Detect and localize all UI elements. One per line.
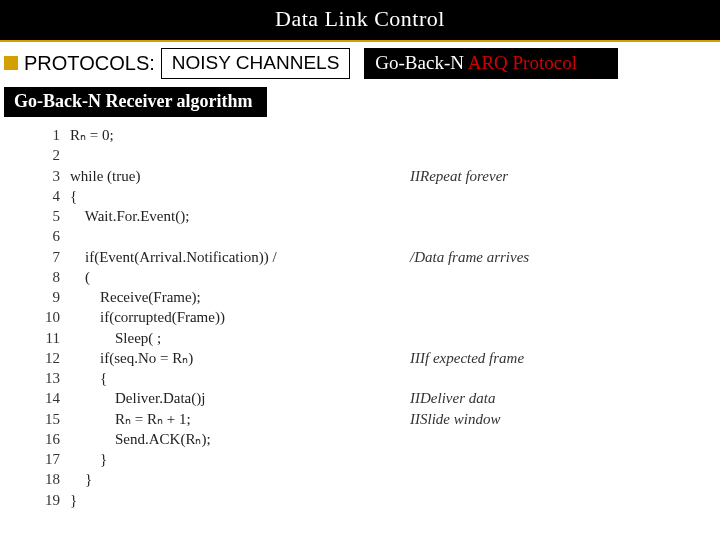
line-number: 13 — [44, 368, 70, 388]
code-text: } — [70, 469, 410, 489]
code-comment — [410, 469, 680, 489]
code-comment — [410, 226, 680, 246]
code-line: 10 if(corrupted(Frame)) — [44, 307, 680, 327]
code-text: Receive(Frame); — [70, 287, 410, 307]
code-line: 18 } — [44, 469, 680, 489]
code-text: while (true) — [70, 166, 410, 186]
arq-red-text: ARQ Protocol — [468, 52, 577, 73]
code-comment: /Data frame arrives — [410, 247, 680, 267]
code-comment — [410, 206, 680, 226]
code-line: 5 Wait.For.Event(); — [44, 206, 680, 226]
code-comment: IISlide window — [410, 409, 680, 429]
code-comment: IIIf expected frame — [410, 348, 680, 368]
code-text: Wait.For.Event(); — [70, 206, 410, 226]
subtitle-wrap: Go-Back-N Receiver algorithm — [4, 87, 720, 117]
code-comment — [410, 328, 680, 348]
line-number: 10 — [44, 307, 70, 327]
code-comment — [410, 267, 680, 287]
arq-protocol-badge: Go-Back-N ARQ Protocol — [364, 48, 618, 79]
code-text: } — [70, 449, 410, 469]
code-text: Send.ACK(Rₙ); — [70, 429, 410, 449]
header-row: PROTOCOLS: NOISY CHANNELS Go-Back-N ARQ … — [0, 48, 720, 79]
line-number: 7 — [44, 247, 70, 267]
code-comment — [410, 125, 680, 145]
code-line: 8 ( — [44, 267, 680, 287]
line-number: 14 — [44, 388, 70, 408]
code-text: { — [70, 368, 410, 388]
code-comment — [410, 287, 680, 307]
code-text: Rₙ = 0; — [70, 125, 410, 145]
line-number: 18 — [44, 469, 70, 489]
code-comment — [410, 490, 680, 510]
code-comment: IIDeliver data — [410, 388, 680, 408]
code-line: 11 Sleep( ; — [44, 328, 680, 348]
code-comment: IIRepeat forever — [410, 166, 680, 186]
code-line: 7 if(Event(Arrival.Notification)) //Data… — [44, 247, 680, 267]
code-line: 13 { — [44, 368, 680, 388]
code-text: } — [70, 490, 410, 510]
page-title: Data Link Control — [0, 0, 720, 42]
line-number: 12 — [44, 348, 70, 368]
line-number: 5 — [44, 206, 70, 226]
code-line: 3while (true)IIRepeat forever — [44, 166, 680, 186]
code-text: if(corrupted(Frame)) — [70, 307, 410, 327]
line-number: 6 — [44, 226, 70, 246]
line-number: 11 — [44, 328, 70, 348]
code-line: 19} — [44, 490, 680, 510]
code-text: if(Event(Arrival.Notification)) / — [70, 247, 410, 267]
code-line: 16 Send.ACK(Rₙ); — [44, 429, 680, 449]
code-text: if(seq.No = Rₙ) — [70, 348, 410, 368]
line-number: 4 — [44, 186, 70, 206]
code-line: 1Rₙ = 0; — [44, 125, 680, 145]
code-comment — [410, 307, 680, 327]
line-number: 16 — [44, 429, 70, 449]
code-line: 9 Receive(Frame); — [44, 287, 680, 307]
line-number: 15 — [44, 409, 70, 429]
code-text: Sleep( ; — [70, 328, 410, 348]
code-text: ( — [70, 267, 410, 287]
code-line: 6 — [44, 226, 680, 246]
line-number: 17 — [44, 449, 70, 469]
code-comment — [410, 429, 680, 449]
code-line: 17 } — [44, 449, 680, 469]
code-line: 14 Deliver.Data()jIIDeliver data — [44, 388, 680, 408]
algorithm-subtitle: Go-Back-N Receiver algorithm — [4, 87, 267, 117]
code-line: 12 if(seq.No = Rₙ)IIIf expected frame — [44, 348, 680, 368]
line-number: 8 — [44, 267, 70, 287]
code-comment — [410, 368, 680, 388]
line-number: 1 — [44, 125, 70, 145]
code-text — [70, 145, 410, 165]
code-text: Deliver.Data()j — [70, 388, 410, 408]
code-line: 4{ — [44, 186, 680, 206]
code-block: 1Rₙ = 0;23while (true)IIRepeat forever4{… — [44, 125, 680, 510]
line-number: 9 — [44, 287, 70, 307]
arq-prefix: Go-Back-N — [375, 52, 467, 73]
code-text: { — [70, 186, 410, 206]
code-text — [70, 226, 410, 246]
code-comment — [410, 186, 680, 206]
line-number: 2 — [44, 145, 70, 165]
bullet-icon — [4, 56, 18, 70]
code-comment — [410, 449, 680, 469]
protocols-label: PROTOCOLS: — [24, 48, 161, 79]
code-line: 2 — [44, 145, 680, 165]
code-text: Rₙ = Rₙ + 1; — [70, 409, 410, 429]
code-line: 15 Rₙ = Rₙ + 1;IISlide window — [44, 409, 680, 429]
line-number: 3 — [44, 166, 70, 186]
code-comment — [410, 145, 680, 165]
line-number: 19 — [44, 490, 70, 510]
noisy-channels-badge: NOISY CHANNELS — [161, 48, 351, 79]
